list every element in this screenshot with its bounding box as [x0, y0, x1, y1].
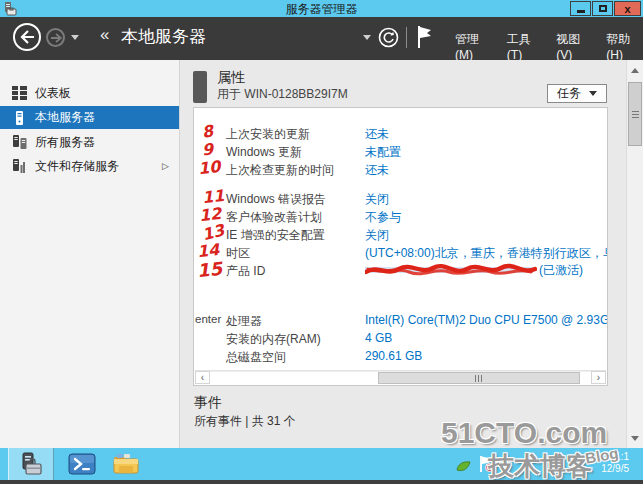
property-row: 11 Windows 错误报告 关闭: [194, 189, 607, 207]
property-row: 安装的内存(RAM) 4 GB: [194, 329, 607, 347]
redaction-scribble: [365, 263, 537, 277]
scroll-right-button[interactable]: ›: [591, 371, 606, 384]
vertical-scrollbar[interactable]: [626, 60, 643, 448]
powershell-icon: [68, 452, 96, 476]
property-value-link[interactable]: 不参与: [365, 209, 401, 226]
properties-panel: 8 上次安装的更新 还未 9 Windows 更新 未配置 10 上次检查更新的…: [193, 107, 608, 386]
watermark-brand: 51CTO.com: [441, 416, 607, 450]
taskbar-powershell-button[interactable]: [62, 448, 102, 480]
watermark-text: 技术博客: [488, 449, 592, 484]
breadcrumb-dropdown-icon[interactable]: [363, 35, 371, 40]
property-label: IE 增强的安全配置: [226, 227, 325, 244]
property-value-link[interactable]: Intel(R) Core(TM)2 Duo CPU E7500 @ 2.93G…: [365, 313, 608, 327]
property-label: 上次检查更新的时间: [226, 162, 334, 179]
restore-button[interactable]: [592, 1, 613, 16]
nav-separator: [406, 27, 407, 48]
scroll-left-button[interactable]: ‹: [195, 371, 210, 384]
product-id-value[interactable]: (已激活): [365, 261, 583, 279]
product-id-activated: (已激活): [539, 262, 583, 279]
property-label: Windows 错误报告: [226, 191, 326, 208]
property-row: 总磁盘空间 290.61 GB: [194, 347, 607, 365]
property-value-link[interactable]: 还未: [365, 162, 389, 179]
property-label: 时区: [226, 245, 250, 262]
property-label: 上次安装的更新: [226, 126, 310, 143]
refresh-icon[interactable]: [378, 27, 399, 48]
property-label: 处理器: [226, 313, 262, 330]
sidebar-item-label: 本地服务器: [35, 109, 95, 126]
property-row: 12 客户体验改善计划 不参与: [194, 207, 607, 225]
property-value-link[interactable]: 还未: [365, 126, 389, 143]
scroll-down-button[interactable]: [627, 430, 643, 446]
file-explorer-icon: [112, 452, 140, 476]
property-label: 客户体验改善计划: [226, 209, 322, 226]
property-row: 14 时区 (UTC+08:00)北京，重庆，香港特别行政区，乌鲁木齐: [194, 243, 607, 261]
main-content: 属性 用于 WIN-0128BB29I7M 任务 8 上次安装的更新 还未 9 …: [181, 60, 643, 448]
property-value-link[interactable]: 未配置: [365, 144, 401, 161]
property-value-link[interactable]: 关闭: [365, 227, 389, 244]
close-button[interactable]: x: [614, 1, 641, 16]
property-label: Windows 更新: [226, 144, 302, 161]
sidebar-item-label: 所有服务器: [35, 134, 95, 151]
navigation-bar: ‹‹ 本地服务器 管理(M) 工具(T) 视图(V) 帮助(H): [0, 17, 643, 60]
sidebar-item-label: 文件和存储服务: [35, 158, 119, 175]
handwritten-annotation: 10: [197, 157, 221, 178]
property-row: 8 上次安装的更新 还未: [194, 124, 607, 142]
back-button[interactable]: [13, 23, 41, 51]
forward-button[interactable]: [46, 28, 65, 47]
all-servers-icon: [12, 135, 27, 149]
taskbar-server-manager-button[interactable]: [8, 448, 54, 480]
scroll-up-button[interactable]: [627, 62, 643, 78]
events-title: 事件: [194, 394, 222, 412]
clipped-text-fragment: enter: [195, 313, 221, 325]
sidebar-item-file-storage-services[interactable]: 文件和存储服务 ▷: [0, 155, 179, 177]
horizontal-scroll-track[interactable]: [210, 371, 591, 384]
property-label: 产品 ID: [226, 263, 265, 280]
breadcrumb-collapse-icon[interactable]: ‹‹: [100, 25, 107, 45]
menu-view[interactable]: 视图(V): [556, 31, 592, 62]
sidebar-item-dashboard[interactable]: 仪表板: [0, 82, 179, 104]
dashboard-icon: [12, 86, 27, 100]
handwritten-annotation: 15: [196, 258, 223, 282]
events-summary: 所有事件 | 共 31 个: [194, 413, 296, 430]
title-bar: 服务器管理器 x: [0, 0, 643, 17]
property-row: 9 Windows 更新 未配置: [194, 142, 607, 160]
properties-subtitle: 用于 WIN-0128BB29I7M: [217, 86, 348, 103]
breadcrumb[interactable]: 本地服务器: [121, 25, 206, 48]
property-row: 10 上次检查更新的时间 还未: [194, 160, 607, 178]
sidebar-item-local-server[interactable]: 本地服务器: [0, 106, 179, 129]
chevron-right-icon[interactable]: ▷: [162, 161, 169, 171]
property-value-link[interactable]: 4 GB: [365, 331, 392, 345]
server-manager-icon: [18, 452, 44, 476]
menu-tools[interactable]: 工具(T): [507, 31, 542, 62]
menu-help[interactable]: 帮助(H): [606, 31, 643, 62]
chevron-down-icon: [589, 91, 597, 96]
property-row: enter 处理器 Intel(R) Core(TM)2 Duo CPU E75…: [194, 311, 607, 329]
notifications-flag-icon[interactable]: [416, 25, 434, 49]
horizontal-scrollbar[interactable]: ‹ ›: [195, 370, 606, 384]
sidebar: 仪表板 本地服务器 所有服务器: [0, 60, 180, 448]
property-value-link[interactable]: (UTC+08:00)北京，重庆，香港特别行政区，乌鲁木齐: [365, 245, 608, 262]
minimize-button[interactable]: [570, 1, 591, 16]
menu-bar: 管理(M) 工具(T) 视图(V) 帮助(H): [455, 31, 643, 62]
clock-date: 12/9/5: [601, 463, 629, 475]
vertical-scroll-thumb[interactable]: [628, 82, 642, 146]
handwritten-annotation: 8: [200, 121, 214, 142]
property-row-product-id: 15 产品 ID (已激活): [194, 261, 607, 279]
property-label: 总磁盘空间: [226, 349, 286, 366]
horizontal-scroll-thumb[interactable]: [378, 372, 580, 384]
property-label: 安装的内存(RAM): [226, 331, 321, 348]
window-title: 服务器管理器: [0, 1, 643, 18]
tray-green-icon[interactable]: [456, 458, 471, 469]
properties-tile-icon: [193, 71, 207, 103]
property-value-link[interactable]: 290.61 GB: [365, 349, 422, 363]
taskbar-file-explorer-button[interactable]: [106, 448, 146, 480]
property-value-link[interactable]: 关闭: [365, 191, 389, 208]
handwritten-annotation: 9: [201, 140, 214, 160]
tasks-button[interactable]: 任务: [547, 84, 607, 103]
menu-manage[interactable]: 管理(M): [455, 31, 493, 62]
tasks-button-label: 任务: [557, 85, 581, 102]
local-server-icon: [12, 111, 27, 125]
sidebar-item-label: 仪表板: [35, 85, 71, 102]
history-dropdown-icon[interactable]: [71, 35, 79, 40]
sidebar-item-all-servers[interactable]: 所有服务器: [0, 131, 179, 153]
